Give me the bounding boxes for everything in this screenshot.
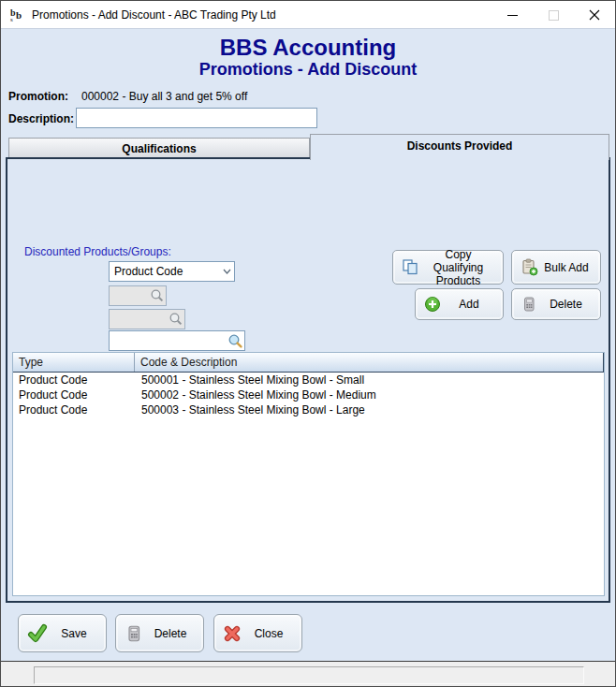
green-check-icon xyxy=(27,623,48,644)
prod-sub-group-lookup xyxy=(109,309,185,329)
status-bar xyxy=(1,661,616,687)
description-input[interactable] xyxy=(76,108,317,128)
close-button[interactable]: Close xyxy=(213,614,302,652)
products-table-header: Type Code & Description xyxy=(13,353,604,373)
close-window-button[interactable] xyxy=(574,1,615,29)
delete-row-button[interactable]: Delete xyxy=(511,288,601,320)
cell-code-description: 500002 - Stainless Steel Mixing Bowl - M… xyxy=(135,387,604,402)
bulk-add-button[interactable]: Bulk Add xyxy=(511,250,601,285)
magnifier-icon xyxy=(169,312,183,327)
page-title: Promotions - Add Discount xyxy=(1,60,615,80)
svg-text:b: b xyxy=(16,9,22,21)
save-label: Save xyxy=(48,627,106,640)
status-message-area xyxy=(34,666,584,684)
tab-discounts-provided[interactable]: Discounts Provided xyxy=(310,134,609,160)
maximize-button xyxy=(533,1,574,29)
cell-type: Product Code xyxy=(13,402,135,417)
minimize-button[interactable] xyxy=(491,1,533,29)
calculator-icon xyxy=(521,296,537,313)
window-title: Promotions - Add Discount - ABC Trading … xyxy=(32,8,276,22)
product-group-select[interactable]: Product Code xyxy=(109,261,235,282)
magnifier-icon xyxy=(150,288,165,303)
minimize-icon xyxy=(507,10,518,21)
delete-row-label: Delete xyxy=(537,298,600,311)
table-row[interactable]: Product Code500001 - Stainless Steel Mix… xyxy=(13,373,604,387)
add-label: Add xyxy=(441,298,503,311)
bulk-add-label: Bulk Add xyxy=(538,261,600,274)
copy-pages-icon xyxy=(402,258,419,276)
promotion-row: Promotion:000002 - Buy all 3 and get 5% … xyxy=(8,90,247,103)
column-header-code-description[interactable]: Code & Description xyxy=(135,353,604,372)
maximize-icon xyxy=(549,10,559,21)
delete-button[interactable]: Delete xyxy=(115,614,204,652)
product-group-lookup xyxy=(109,285,167,306)
promotion-label: Promotion: xyxy=(8,90,68,103)
tab-qualifications[interactable]: Qualifications xyxy=(8,138,310,158)
description-label: Description: xyxy=(8,112,74,125)
app-window: b s b Promotions - Add Discount - ABC Tr… xyxy=(0,0,616,687)
column-header-type[interactable]: Type xyxy=(13,353,135,372)
add-button[interactable]: Add xyxy=(415,288,504,320)
cell-type: Product Code xyxy=(13,373,135,387)
chevron-down-icon xyxy=(219,269,234,274)
save-button[interactable]: Save xyxy=(18,614,107,652)
cell-type: Product Code xyxy=(13,387,135,402)
table-row[interactable]: Product Code500002 - Stainless Steel Mix… xyxy=(13,387,604,402)
table-row[interactable]: Product Code500003 - Stainless Steel Mix… xyxy=(13,402,604,417)
discounted-products-legend: Discounted Products/Groups: xyxy=(20,245,176,258)
close-icon xyxy=(589,9,600,21)
products-table: Type Code & Description Product Code5000… xyxy=(12,352,605,596)
green-plus-icon xyxy=(424,296,441,313)
product-code-lookup[interactable] xyxy=(109,330,245,351)
cell-code-description: 500003 - Stainless Steel Mixing Bowl - L… xyxy=(135,402,604,417)
promotion-value: 000002 - Buy all 3 and get 5% off xyxy=(81,90,247,103)
clipboard-plus-icon xyxy=(521,258,538,276)
svg-text:s: s xyxy=(10,16,13,22)
app-title: BBS Accounting xyxy=(1,35,615,61)
magnifier-icon xyxy=(227,333,243,349)
calculator-icon xyxy=(125,624,143,643)
close-label: Close xyxy=(242,627,301,640)
app-icon: b s b xyxy=(9,7,25,22)
red-x-icon xyxy=(223,624,242,643)
products-table-body: Product Code500001 - Stainless Steel Mix… xyxy=(13,373,604,417)
product-group-select-value: Product Code xyxy=(114,265,219,278)
title-bar: b s b Promotions - Add Discount - ABC Tr… xyxy=(1,1,615,29)
cell-code-description: 500001 - Stainless Steel Mixing Bowl - S… xyxy=(135,373,604,387)
delete-label: Delete xyxy=(143,627,203,640)
copy-qualifying-products-label: Copy Qualifying Products xyxy=(419,248,503,287)
copy-qualifying-products-button[interactable]: Copy Qualifying Products xyxy=(392,250,504,285)
